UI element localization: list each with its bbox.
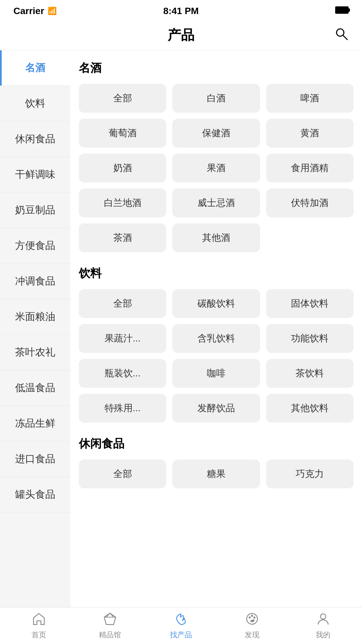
main-content: 名酒 饮料 休闲食品 干鲜调味 奶豆制品 方便食品 冲调食品 米面粮油 茶叶农礼…	[0, 50, 362, 607]
tab-discover-label: 发现	[245, 630, 259, 640]
tag-tangguo[interactable]: 糖果	[172, 460, 260, 488]
tag-hanru[interactable]: 含乳饮料	[172, 324, 260, 353]
tab-mine[interactable]: 我的	[288, 612, 359, 640]
wifi-icon: 📶	[48, 7, 57, 15]
category-xiuxian: 休闲食品 全部 糖果 巧克力	[79, 436, 354, 488]
sidebar-item-chaye[interactable]: 茶叶农礼	[0, 335, 70, 370]
category-mingjiu: 名酒 全部 白酒 啤酒 葡萄酒 保健酒 黄酒 奶酒 果酒 食用酒精 白兰地酒 威…	[79, 60, 354, 252]
tag-weishiji[interactable]: 威士忌酒	[172, 189, 260, 217]
person-icon	[316, 612, 330, 628]
tab-bar: 首页 精品馆 找产品	[0, 607, 362, 644]
sidebar-item-dongpin[interactable]: 冻品生鲜	[0, 406, 70, 441]
home-icon	[32, 612, 46, 628]
tag-huangjiu[interactable]: 黄酒	[266, 119, 354, 148]
diamond-icon	[103, 612, 117, 628]
sidebar-item-yinliao[interactable]: 饮料	[0, 86, 70, 121]
tags-grid-xiuxian: 全部 糖果 巧克力	[79, 460, 354, 488]
sidebar-item-mingjiu[interactable]: 名酒	[0, 50, 70, 86]
header: 产品	[0, 20, 362, 50]
tag-qitayinliao[interactable]: 其他饮料	[266, 394, 354, 423]
battery-icon	[335, 6, 349, 16]
status-time: 8:41 PM	[163, 6, 199, 16]
tag-gongneng[interactable]: 功能饮料	[266, 324, 354, 353]
tag-kafei[interactable]: 咖啡	[172, 359, 260, 388]
tag-yinliao-quanbu[interactable]: 全部	[79, 289, 166, 318]
tag-quanbu[interactable]: 全部	[79, 84, 166, 113]
sidebar-item-diwen[interactable]: 低温食品	[0, 370, 70, 406]
tag-teshu[interactable]: 特殊用...	[79, 394, 166, 423]
tag-naijiu[interactable]: 奶酒	[79, 154, 166, 182]
tag-fajiao[interactable]: 发酵饮品	[172, 394, 260, 423]
tag-qitajiu[interactable]: 其他酒	[172, 223, 260, 252]
tag-baojian[interactable]: 保健酒	[172, 119, 260, 148]
fire-icon	[174, 612, 188, 628]
tags-grid-mingjiu: 全部 白酒 啤酒 葡萄酒 保健酒 黄酒 奶酒 果酒 食用酒精 白兰地酒 威士忌酒…	[79, 84, 354, 252]
status-bar: Carrier 📶 8:41 PM	[0, 0, 362, 20]
svg-line-1	[343, 35, 347, 40]
tab-products-label: 找产品	[170, 630, 192, 640]
search-button[interactable]	[334, 26, 349, 44]
palette-icon	[245, 612, 259, 628]
sidebar: 名酒 饮料 休闲食品 干鲜调味 奶豆制品 方便食品 冲调食品 米面粮油 茶叶农礼…	[0, 50, 70, 607]
tab-mine-label: 我的	[316, 630, 330, 640]
category-title-xiuxian: 休闲食品	[79, 436, 354, 451]
sidebar-item-guantou[interactable]: 罐头食品	[0, 477, 70, 513]
tab-discover[interactable]: 发现	[217, 612, 288, 640]
tag-shiyong[interactable]: 食用酒精	[266, 154, 354, 182]
tag-pijiu[interactable]: 啤酒	[266, 84, 354, 113]
category-title-mingjiu: 名酒	[79, 60, 354, 76]
sidebar-item-xiuxian[interactable]: 休闲食品	[0, 121, 70, 157]
sidebar-item-chongtiao[interactable]: 冲调食品	[0, 264, 70, 299]
tag-putaojiu[interactable]: 葡萄酒	[79, 119, 166, 148]
sidebar-item-jinkou[interactable]: 进口食品	[0, 441, 70, 477]
tag-bailandi[interactable]: 白兰地酒	[79, 189, 166, 217]
tag-chayinliao[interactable]: 茶饮料	[266, 359, 354, 388]
tag-guoshuzhi[interactable]: 果蔬汁...	[79, 324, 166, 353]
tag-baijiu[interactable]: 白酒	[172, 84, 260, 113]
tag-guti[interactable]: 固体饮料	[266, 289, 354, 318]
category-title-yinliao: 饮料	[79, 266, 354, 281]
tag-guojiu[interactable]: 果酒	[172, 154, 260, 182]
sidebar-item-naidou[interactable]: 奶豆制品	[0, 193, 70, 228]
tag-xiuxian-quanbu[interactable]: 全部	[79, 460, 166, 488]
content-area: 名酒 全部 白酒 啤酒 葡萄酒 保健酒 黄酒 奶酒 果酒 食用酒精 白兰地酒 威…	[70, 50, 362, 607]
svg-marker-2	[104, 613, 116, 625]
page-title: 产品	[168, 26, 194, 44]
tags-grid-yinliao: 全部 碳酸饮料 固体饮料 果蔬汁... 含乳饮料 功能饮料 瓶装饮... 咖啡 …	[79, 289, 354, 423]
svg-point-7	[249, 616, 251, 619]
tag-pinzhuang[interactable]: 瓶装饮...	[79, 359, 166, 388]
sidebar-item-fangbian[interactable]: 方便食品	[0, 228, 70, 264]
category-yinliao: 饮料 全部 碳酸饮料 固体饮料 果蔬汁... 含乳饮料 功能饮料 瓶装饮... …	[79, 266, 354, 423]
tab-products[interactable]: 找产品	[145, 612, 217, 640]
tab-home-label: 首页	[32, 630, 46, 640]
sidebar-item-mimian[interactable]: 米面粮油	[0, 299, 70, 335]
status-carrier: Carrier 📶	[13, 6, 57, 16]
tag-tansuanyinliao[interactable]: 碳酸饮料	[172, 289, 260, 318]
tab-home[interactable]: 首页	[3, 612, 74, 640]
tab-boutique[interactable]: 精品馆	[74, 612, 145, 640]
sidebar-item-ganxian[interactable]: 干鲜调味	[0, 157, 70, 193]
tag-futejia[interactable]: 伏特加酒	[266, 189, 354, 217]
svg-point-9	[253, 616, 255, 619]
tab-boutique-label: 精品馆	[99, 630, 121, 640]
svg-point-10	[320, 614, 326, 619]
tag-qiaokeli[interactable]: 巧克力	[266, 460, 354, 488]
svg-point-8	[251, 615, 253, 617]
tag-chajiu[interactable]: 茶酒	[79, 223, 166, 252]
